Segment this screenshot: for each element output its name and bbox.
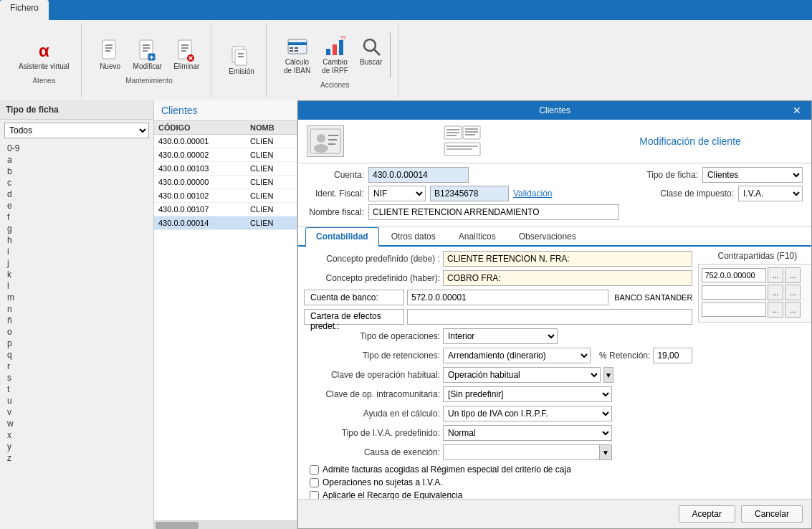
alpha-h[interactable]: h <box>4 234 149 246</box>
tipo-operaciones-select[interactable]: Interior <box>443 328 558 344</box>
nombre-fiscal-input[interactable] <box>368 204 619 220</box>
clave-operacion-dropdown[interactable]: ▼ <box>603 367 613 383</box>
alpha-k[interactable]: k <box>4 269 149 280</box>
validacion-button[interactable]: Validación <box>513 189 552 199</box>
svg-rect-27 <box>295 50 298 52</box>
alpha-e[interactable]: e <box>4 200 149 211</box>
list-row-2[interactable]: 430.0.0.00002 CLIEN <box>154 148 297 162</box>
alpha-z[interactable]: z <box>4 452 149 464</box>
alpha-y[interactable]: y <box>4 441 149 452</box>
nuevo-button[interactable]: Nuevo <box>95 37 126 74</box>
alpha-m[interactable]: m <box>4 292 149 303</box>
asistente-virtual-button[interactable]: α Asistente virtual <box>14 37 74 74</box>
alpha-q[interactable]: q <box>4 349 149 361</box>
checkbox-no-sujeta[interactable] <box>310 478 319 487</box>
modificar-button[interactable]: Modificar <box>129 37 167 74</box>
cuenta-input[interactable] <box>368 167 469 183</box>
alpha-s[interactable]: s <box>4 372 149 383</box>
alpha-v[interactable]: v <box>4 406 149 418</box>
tab-contabilidad[interactable]: Contabilidad <box>305 227 379 247</box>
ribbon-group-emision: Emisión <box>217 23 267 97</box>
alpha-u[interactable]: u <box>4 395 149 406</box>
clave-operacion-row: Clave de operación habitual: Operación h… <box>304 367 692 383</box>
cartera-button[interactable]: Cartera de efectos predet.: <box>304 309 404 325</box>
contra-btn-1a[interactable]: ... <box>768 267 783 283</box>
cuenta-banco-button[interactable]: Cuenta de banco: <box>304 290 404 305</box>
concepto-haber-input[interactable] <box>443 270 692 286</box>
alpha-r[interactable]: r <box>4 361 149 372</box>
clave-intra-select[interactable]: [Sin predefinir] <box>443 386 612 402</box>
contra-btn-2b[interactable]: ... <box>785 285 801 300</box>
alpha-p[interactable]: p <box>4 338 149 349</box>
buscar-button[interactable]: Buscar <box>355 32 391 78</box>
ident-fiscal-input[interactable] <box>430 186 509 201</box>
alpha-x[interactable]: x <box>4 429 149 441</box>
alpha-b[interactable]: b <box>4 166 149 177</box>
tipo-retenciones-row: Tipo de retenciones: Arrendamiento (dine… <box>304 348 692 363</box>
contra-btn-1b[interactable]: ... <box>785 267 801 283</box>
acciones-buttons: Cálculode IBAN % Cambiode IRPF Buscar <box>280 32 391 78</box>
tipo-iva-label: Tipo de I.V.A. predefinido: <box>304 428 440 438</box>
alpha-09[interactable]: 0-9 <box>4 143 149 154</box>
checkbox-criterio-caja[interactable] <box>310 465 319 475</box>
list-row-4[interactable]: 430.0.0.00000 CLIEN <box>154 176 297 189</box>
contra-btn-2a[interactable]: ... <box>768 285 783 300</box>
alpha-a[interactable]: a <box>4 154 149 166</box>
list-row-7[interactable]: 430.0.0.00014 CLIEN <box>154 216 297 230</box>
alpha-c[interactable]: c <box>4 177 149 189</box>
contra-input-3[interactable] <box>702 302 766 317</box>
calculo-iban-button[interactable]: Cálculode IBAN <box>280 32 315 78</box>
cambio-irpf-button[interactable]: % Cambiode IRPF <box>317 32 353 78</box>
alpha-o[interactable]: o <box>4 326 149 338</box>
tipo-retenciones-select[interactable]: Arrendamiento (dinerario) <box>443 348 591 363</box>
cuenta-banco-input[interactable] <box>407 290 608 305</box>
list-row-1[interactable]: 430.0.0.00001 CLIEN <box>154 135 297 148</box>
tab-otros-datos[interactable]: Otros datos <box>381 227 446 245</box>
alpha-d[interactable]: d <box>4 189 149 200</box>
alpha-l[interactable]: l <box>4 280 149 292</box>
modal-titlebar: Clientes ✕ <box>298 101 811 120</box>
mantenimiento-buttons: Nuevo Modificar Eliminar <box>95 37 204 74</box>
causa-exencion-input[interactable] <box>443 444 612 460</box>
checkbox-recargo[interactable] <box>310 491 319 500</box>
pct-retencion-input[interactable] <box>653 348 692 363</box>
cancelar-button[interactable]: Cancelar <box>741 505 803 523</box>
alpha-ñ[interactable]: ñ <box>4 315 149 326</box>
row2-nombre: CLIEN <box>246 148 297 162</box>
causa-exencion-dropdown[interactable]: ▼ <box>599 444 612 460</box>
alpha-g[interactable]: g <box>4 223 149 234</box>
contra-btn-3b[interactable]: ... <box>785 302 801 318</box>
tab-analiticos[interactable]: Analíticos <box>448 227 507 245</box>
modal-close-button[interactable]: ✕ <box>790 105 804 116</box>
contra-input-1[interactable] <box>702 268 766 282</box>
cartera-input[interactable] <box>407 309 692 325</box>
contra-btn-3a[interactable]: ... <box>768 302 783 318</box>
alpha-n[interactable]: n <box>4 303 149 315</box>
tipo-iva-select[interactable]: Normal <box>443 425 612 441</box>
tab-fichero[interactable]: Fichero <box>0 0 49 20</box>
concepto-debe-input[interactable] <box>443 251 692 267</box>
alpha-f[interactable]: f <box>4 211 149 223</box>
clave-operacion-select[interactable]: Operación habitual <box>443 367 601 383</box>
eliminar-button[interactable]: Eliminar <box>169 37 204 74</box>
alpha-t[interactable]: t <box>4 383 149 395</box>
contra-row-1: ... ... <box>702 267 811 283</box>
alpha-j[interactable]: j <box>4 257 149 269</box>
clase-impuesto-select[interactable]: I.V.A. <box>738 186 803 201</box>
tipo-ficha-select[interactable]: Clientes <box>702 167 803 183</box>
aceptar-button[interactable]: Aceptar <box>679 505 735 523</box>
list-scrollbar[interactable] <box>154 520 297 529</box>
list-row-5[interactable]: 430.0.0.00102 CLIEN <box>154 189 297 203</box>
tab-observaciones[interactable]: Observaciones <box>508 227 587 245</box>
ident-fiscal-type-select[interactable]: NIF <box>368 186 426 201</box>
tipo-ficha-select[interactable]: Todos <box>4 123 149 138</box>
emision-button[interactable]: Emisión <box>224 42 259 79</box>
list-row-3[interactable]: 430.0.0.00103 CLIEN <box>154 162 297 176</box>
alpha-w[interactable]: w <box>4 418 149 429</box>
contra-input-2[interactable] <box>702 285 766 300</box>
tipo-retenciones-label: Tipo de retenciones: <box>304 351 440 361</box>
list-row-6[interactable]: 430.0.0.00107 CLIEN <box>154 203 297 216</box>
client-header: Modificación de cliente <box>298 120 811 163</box>
ayuda-calculo-select[interactable]: Un tipo de IVA con I.R.P.F. <box>443 406 612 421</box>
alpha-i[interactable]: i <box>4 246 149 257</box>
